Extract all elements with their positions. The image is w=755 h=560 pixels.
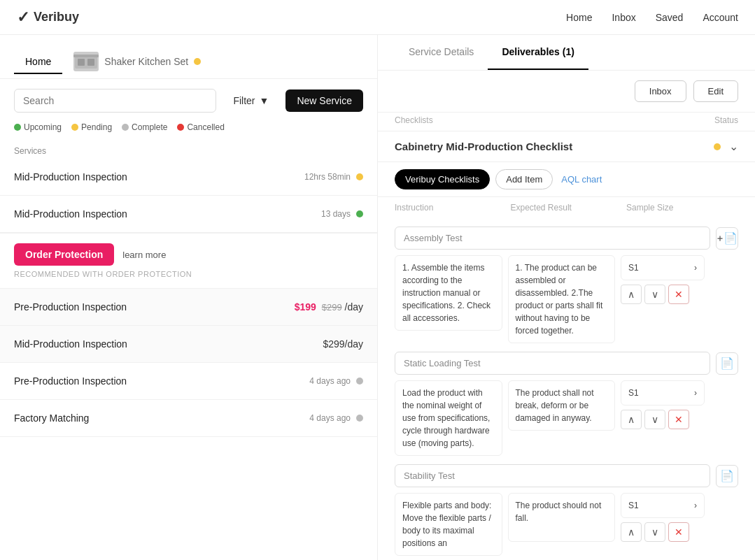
tab-aql-chart[interactable]: AQL chart xyxy=(558,170,605,189)
legend-upcoming: Upcoming xyxy=(14,122,62,132)
section-title-input-1[interactable] xyxy=(395,227,710,250)
tab-deliverables[interactable]: Deliverables (1) xyxy=(488,35,588,70)
product-tab-label: Shaker Kitchen Set xyxy=(104,56,188,67)
learn-more-link[interactable]: learn more xyxy=(122,250,166,260)
move-up-button[interactable]: ∧ xyxy=(621,410,642,429)
expected-cell: 1. The product can be assembled or disas… xyxy=(508,255,616,343)
op-row: Order Protection learn more xyxy=(14,243,363,266)
op-subtitle: Recommended With Order Protection xyxy=(14,270,363,278)
sample-select[interactable]: S1 › xyxy=(621,493,705,518)
recommended-item[interactable]: Mid-Production Inspection $299/day xyxy=(0,326,377,363)
instruction-cell: Load the product with the nominal weight… xyxy=(395,380,502,456)
tab-product[interactable]: Shaker Kitchen Set xyxy=(62,46,212,78)
sample-value: S1 xyxy=(628,388,639,398)
sample-controls: S1 › ∧ ∨ ✕ xyxy=(621,380,705,429)
legend-cancelled: Cancelled xyxy=(177,122,224,132)
left-panel: Home Shaker Kitchen Set Filter ▼ New Ser… xyxy=(0,35,378,560)
pending-dot xyxy=(71,124,78,131)
legend-complete: Complete xyxy=(122,122,167,132)
service-time: 13 days xyxy=(321,209,351,219)
price-section: $199 $299 /day xyxy=(295,301,363,313)
delete-button[interactable]: ✕ xyxy=(668,410,689,429)
order-protection-button[interactable]: Order Protection xyxy=(14,243,114,266)
nav-home[interactable]: Home xyxy=(566,12,592,23)
service-status-dot xyxy=(356,415,363,422)
filter-icon: ▼ xyxy=(260,95,269,106)
nav-inbox[interactable]: Inbox xyxy=(612,12,635,23)
section-title-input-2[interactable] xyxy=(395,352,710,375)
service-name: Pre-Production Inspection xyxy=(14,301,127,313)
delete-button[interactable]: ✕ xyxy=(668,522,689,542)
col-status: Status xyxy=(714,115,738,125)
move-down-button[interactable]: ∨ xyxy=(644,410,665,429)
chevron-down-icon[interactable]: ⌄ xyxy=(729,140,738,153)
delete-button[interactable]: ✕ xyxy=(668,285,689,304)
list-item: Load the product with the nominal weight… xyxy=(395,380,738,456)
checklist-title: Cabinetry Mid-Production Checklist xyxy=(395,141,705,152)
sample-controls: S1 › ∧ ∨ ✕ xyxy=(621,255,705,304)
sample-value: S1 xyxy=(628,263,639,273)
service-name: Mid-Production Inspection xyxy=(14,338,127,350)
section-add-icon-2[interactable]: 📄 xyxy=(716,352,738,375)
service-meta: 4 days ago xyxy=(309,376,363,386)
section-add-icon-1[interactable]: 📄 xyxy=(716,227,738,250)
sample-select[interactable]: S1 › xyxy=(621,255,705,280)
service-time: 12hrs 58min xyxy=(304,172,351,182)
move-up-button[interactable]: ∧ xyxy=(621,285,642,304)
tab-home[interactable]: Home xyxy=(14,50,62,74)
new-service-button[interactable]: New Service xyxy=(285,89,363,112)
service-item[interactable]: Mid-Production Inspection 13 days xyxy=(0,196,377,233)
list-item: 1. Assemble the items according to the i… xyxy=(395,255,738,343)
logo: ✓ Veribuy xyxy=(17,8,566,27)
svg-rect-2 xyxy=(87,59,94,66)
list-item: Flexible parts and body: Move the flexib… xyxy=(395,493,738,556)
service-name: Pre-Production Inspection xyxy=(14,375,127,387)
move-down-button[interactable]: ∨ xyxy=(644,285,665,304)
legend: Upcoming Pending Complete Cancelled xyxy=(0,122,377,141)
filter-button[interactable]: Filter ▼ xyxy=(223,89,278,112)
upcoming-dot xyxy=(14,124,21,131)
sample-select[interactable]: S1 › xyxy=(621,380,705,405)
service-item[interactable]: Factory Matching 4 days ago xyxy=(0,400,377,437)
search-bar: Filter ▼ New Service xyxy=(0,79,377,122)
nav-links: Home Inbox Saved Account xyxy=(566,12,738,23)
recommended-item[interactable]: Pre-Production Inspection $199 $299 /day xyxy=(0,289,377,326)
logo-text: Veribuy xyxy=(34,10,79,24)
move-up-button[interactable]: ∧ xyxy=(621,522,642,542)
instruction-cell: 1. Assemble the items according to the i… xyxy=(395,255,502,331)
service-status-dot xyxy=(356,173,363,180)
tab-veribuy-checklists[interactable]: Veribuy Checklists xyxy=(395,169,490,189)
service-item[interactable]: Mid-Production Inspection 12hrs 58min xyxy=(0,159,377,196)
product-thumbnail xyxy=(73,52,99,71)
checklist-cols-header: Checklists xyxy=(395,115,433,125)
edit-button[interactable]: Edit xyxy=(693,80,738,102)
service-meta: 13 days xyxy=(321,209,363,219)
chevron-right-icon: › xyxy=(694,388,697,398)
cancelled-dot xyxy=(177,124,184,131)
service-time: 4 days ago xyxy=(309,413,351,423)
legend-pending: Pending xyxy=(71,122,112,132)
service-name: Mid-Production Inspection xyxy=(14,171,127,182)
nav-saved[interactable]: Saved xyxy=(656,12,684,23)
chevron-right-icon: › xyxy=(694,501,697,510)
tab-add-item[interactable]: Add Item xyxy=(495,169,553,189)
checklist-status-dot xyxy=(714,143,721,150)
service-item[interactable]: Pre-Production Inspection 4 days ago xyxy=(0,363,377,400)
col-expected: Expected Result xyxy=(511,203,627,213)
tab-service-details[interactable]: Service Details xyxy=(395,35,488,70)
search-input[interactable] xyxy=(14,89,216,113)
svg-rect-1 xyxy=(78,59,85,66)
service-meta: 4 days ago xyxy=(309,413,363,423)
table-header: Instruction Expected Result Sample Size xyxy=(378,197,755,218)
section-title-input-3[interactable] xyxy=(395,464,710,487)
section-add-icon-3[interactable]: 📄 xyxy=(716,465,738,487)
nav-account[interactable]: Account xyxy=(703,12,738,23)
col-instruction: Instruction xyxy=(395,203,511,213)
inbox-button[interactable]: Inbox xyxy=(635,80,686,102)
price: $299/day xyxy=(323,338,363,350)
right-tabs: Service Details Deliverables (1) xyxy=(378,35,755,71)
price-discounted: $199 xyxy=(295,301,316,313)
col-actions xyxy=(710,203,738,213)
move-down-button[interactable]: ∨ xyxy=(644,522,665,542)
expected-cell: The product shall not break, deform or b… xyxy=(508,380,616,431)
